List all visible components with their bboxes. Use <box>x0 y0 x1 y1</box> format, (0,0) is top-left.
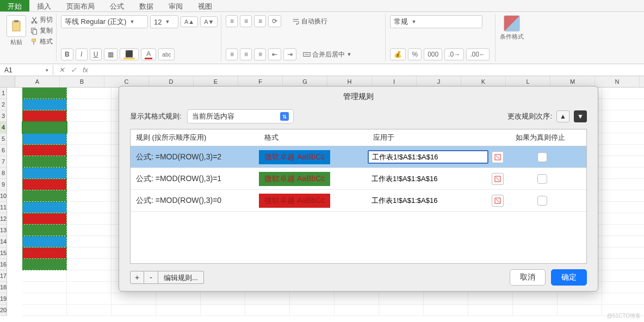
cell[interactable] <box>22 156 67 168</box>
cell[interactable] <box>22 110 67 122</box>
range-selector-button[interactable] <box>492 173 504 185</box>
cell[interactable] <box>22 99 67 110</box>
paste-button[interactable] <box>7 15 26 37</box>
edit-rule-button[interactable]: 编辑规则... <box>158 271 204 284</box>
row-header[interactable]: 17 <box>0 270 7 282</box>
cell[interactable] <box>67 270 112 282</box>
cell[interactable] <box>602 122 644 133</box>
cell[interactable] <box>67 190 112 202</box>
conditional-format-button[interactable] <box>504 15 520 32</box>
cell[interactable] <box>602 282 644 293</box>
column-header[interactable]: J <box>417 76 461 87</box>
increase-indent-button[interactable]: ⇥ <box>283 48 296 60</box>
cell[interactable] <box>156 293 201 305</box>
column-header[interactable]: L <box>506 76 550 87</box>
cell[interactable] <box>22 293 67 305</box>
column-header[interactable]: B <box>60 76 104 87</box>
ribbon-tab-6[interactable]: 视图 <box>190 0 220 11</box>
copy-button[interactable]: 复制 <box>30 26 53 35</box>
move-down-button[interactable]: ▼ <box>574 110 587 122</box>
cell[interactable] <box>67 99 112 110</box>
row-header[interactable]: 11 <box>0 202 7 213</box>
column-header[interactable]: E <box>194 76 238 87</box>
cell[interactable] <box>22 202 67 213</box>
column-header[interactable]: K <box>461 76 506 87</box>
cell[interactable] <box>602 168 644 179</box>
column-header[interactable]: F <box>238 76 283 87</box>
cell[interactable] <box>468 305 513 316</box>
row-header[interactable]: 10 <box>0 190 7 202</box>
font-size-dropdown[interactable]: 12▼ <box>150 15 178 28</box>
cell[interactable] <box>602 88 644 99</box>
cell[interactable] <box>67 282 112 293</box>
cell[interactable] <box>245 305 290 316</box>
cell[interactable] <box>22 190 67 202</box>
cell[interactable] <box>22 305 67 316</box>
merge-center-button[interactable]: 合并后居中▼ <box>303 50 351 59</box>
cell[interactable] <box>245 293 290 305</box>
orientation-button[interactable]: ⟳ <box>268 15 281 27</box>
row-header[interactable]: 6 <box>0 145 7 156</box>
cell[interactable] <box>558 293 602 305</box>
add-rule-button[interactable]: + <box>130 271 144 284</box>
cut-button[interactable]: 剪切 <box>30 15 53 24</box>
column-header[interactable]: G <box>283 76 327 87</box>
bold-button[interactable]: B <box>61 48 73 60</box>
range-selector-button[interactable] <box>492 195 504 207</box>
cell[interactable] <box>335 305 379 316</box>
name-box[interactable]: A1▾ <box>0 65 53 75</box>
stop-if-true-checkbox[interactable] <box>537 196 547 206</box>
cell[interactable] <box>67 213 112 225</box>
applies-to-input[interactable] <box>368 150 488 164</box>
ribbon-tab-0[interactable]: 开始 <box>0 0 29 11</box>
cell[interactable] <box>22 179 67 190</box>
cell[interactable] <box>379 293 424 305</box>
accept-formula-button[interactable]: ✓ <box>69 66 78 74</box>
cell[interactable] <box>602 190 644 202</box>
stop-if-true-checkbox[interactable] <box>537 174 547 184</box>
rule-row[interactable]: 公式: =MOD(ROW(),3)=1微软卓越 AaBbCc <box>131 168 586 190</box>
stop-if-true-checkbox[interactable] <box>537 152 547 162</box>
align-top-button[interactable]: ≡ <box>226 15 238 27</box>
cell[interactable] <box>335 293 379 305</box>
cell[interactable] <box>22 122 67 133</box>
cell[interactable] <box>67 179 112 190</box>
row-header[interactable]: 13 <box>0 225 7 236</box>
cell[interactable] <box>424 293 468 305</box>
row-header[interactable]: 18 <box>0 282 7 293</box>
cell[interactable] <box>156 305 201 316</box>
cell[interactable] <box>558 305 602 316</box>
rule-row[interactable]: 公式: =MOD(ROW(),3)=2微软卓越 AaBbCc <box>131 146 586 168</box>
cell[interactable] <box>112 293 156 305</box>
cell[interactable] <box>67 225 112 236</box>
cell[interactable] <box>602 270 644 282</box>
applies-to-input[interactable] <box>368 172 488 185</box>
row-header[interactable]: 15 <box>0 247 7 259</box>
align-center-button[interactable]: ≡ <box>240 48 252 60</box>
cell[interactable] <box>513 305 558 316</box>
cell[interactable] <box>513 293 558 305</box>
cell[interactable] <box>602 133 644 145</box>
column-header[interactable]: M <box>550 76 595 87</box>
cell[interactable] <box>22 168 67 179</box>
cell[interactable] <box>67 293 112 305</box>
cell[interactable] <box>67 168 112 179</box>
rule-row[interactable]: 公式: =MOD(ROW(),3)=0微软卓越 AaBbCc <box>131 190 586 212</box>
cell[interactable] <box>67 156 112 168</box>
cell[interactable] <box>290 293 335 305</box>
cell[interactable] <box>67 110 112 122</box>
increase-decimal-button[interactable]: .0→ <box>444 48 464 60</box>
font-name-dropdown[interactable]: 等线 Regular (正文)▼ <box>61 15 148 28</box>
border-button[interactable]: ▦ <box>104 48 117 60</box>
cell[interactable] <box>602 247 644 259</box>
italic-button[interactable]: I <box>76 48 88 60</box>
fill-color-button[interactable]: ⬛ <box>120 48 139 60</box>
percent-button[interactable]: % <box>408 48 422 60</box>
cell[interactable] <box>602 225 644 236</box>
cancel-button[interactable]: 取消 <box>510 269 546 286</box>
align-left-button[interactable]: ≡ <box>226 48 238 60</box>
cell[interactable] <box>290 305 335 316</box>
select-all-corner[interactable] <box>0 76 15 88</box>
column-header[interactable]: H <box>327 76 372 87</box>
row-header[interactable]: 3 <box>0 110 7 122</box>
